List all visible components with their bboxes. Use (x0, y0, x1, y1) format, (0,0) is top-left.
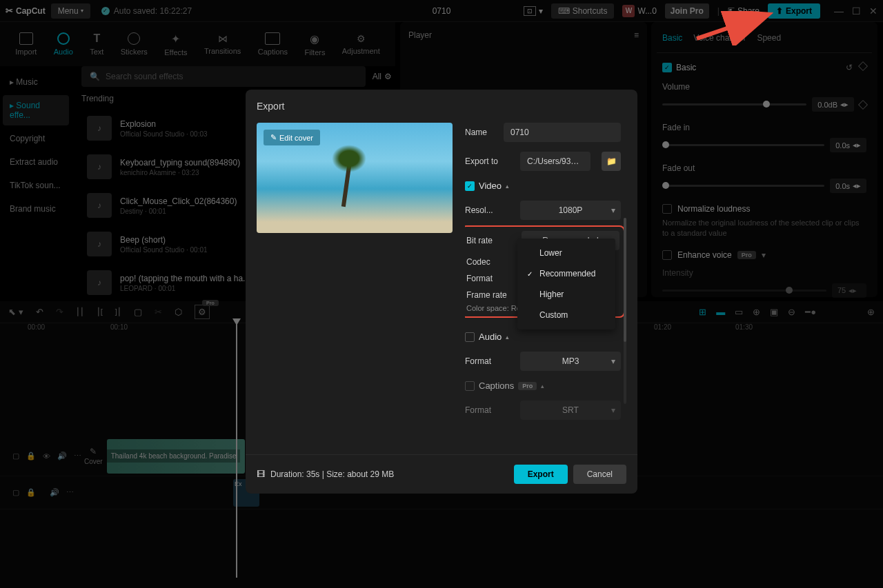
folder-button[interactable]: 📁 (602, 152, 621, 171)
bitrate-dropdown: Lower ✓Recommended Higher Custom (517, 239, 615, 330)
name-input[interactable] (504, 123, 621, 142)
codec-label: Codec (466, 257, 513, 267)
modal-scrollbar[interactable] (624, 218, 626, 404)
bitrate-label: Bit rate (466, 236, 513, 245)
exportto-label: Export to (465, 156, 512, 166)
captions-format-select: SRT▾ (520, 401, 621, 420)
audio-section-label: Audio (479, 332, 502, 342)
export-modal: Export ✎ Edit cover Name Export to C:/Us… (246, 90, 637, 494)
edit-cover-button[interactable]: ✎ Edit cover (264, 130, 320, 145)
dropdown-recommended[interactable]: ✓Recommended (517, 263, 615, 284)
format-label: Format (466, 274, 513, 283)
resolution-label: Resol... (465, 205, 512, 215)
audio-checkbox[interactable] (465, 332, 475, 342)
modal-cancel-button[interactable]: Cancel (573, 465, 626, 484)
modal-title: Export (246, 90, 637, 123)
resolution-select[interactable]: 1080P▾ (520, 201, 621, 220)
footer-info: Duration: 35s | Size: about 29 MB (270, 469, 394, 479)
captions-section-label: Captions (479, 381, 514, 391)
audio-format-select[interactable]: MP3▾ (520, 352, 621, 371)
dropdown-lower[interactable]: Lower (517, 243, 615, 263)
modal-export-button[interactable]: Export (514, 465, 568, 484)
dropdown-custom[interactable]: Custom (517, 305, 615, 325)
audio-format-label: Format (465, 356, 512, 366)
exportto-path: C:/Users/93444/OneD... (520, 152, 591, 171)
captions-checkbox[interactable] (465, 381, 475, 391)
dropdown-higher[interactable]: Higher (517, 284, 615, 305)
name-label: Name (465, 128, 495, 137)
captions-format-label: Format (465, 405, 512, 415)
framerate-label: Frame rate (466, 290, 522, 300)
cover-preview: ✎ Edit cover (257, 123, 453, 233)
video-section-label: Video (479, 181, 502, 191)
film-icon: 🎞 (257, 469, 265, 479)
